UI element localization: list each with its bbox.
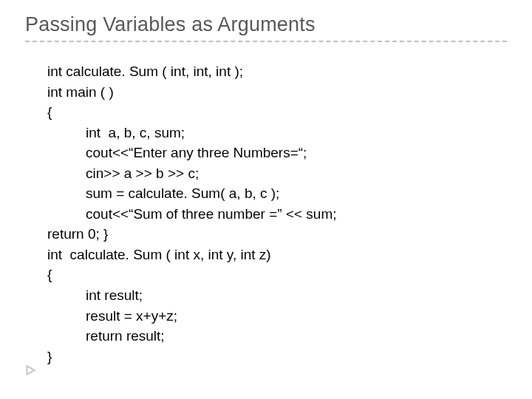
- code-line: cout<<“Sum of three number =” << sum;: [47, 204, 507, 225]
- code-line: {: [47, 102, 507, 123]
- code-line: cin>> a >> b >> c;: [47, 163, 507, 184]
- code-line: sum = calculate. Sum( a, b, c );: [47, 183, 507, 204]
- code-line: cout<<“Enter any three Numbers=“;: [47, 143, 507, 163]
- code-block: int calculate. Sum ( int, int, int ); in…: [25, 61, 507, 366]
- code-line: {: [47, 265, 507, 285]
- code-line: int main ( ): [47, 82, 507, 103]
- triangle-icon: [25, 365, 35, 375]
- code-line: int calculate. Sum ( int x, int y, int z…: [47, 245, 507, 265]
- svg-marker-0: [27, 366, 35, 375]
- slide-title: Passing Variables as Arguments: [25, 13, 507, 36]
- code-line: return result;: [47, 326, 507, 347]
- code-line: result = x+y+z;: [47, 306, 507, 327]
- title-divider: [25, 41, 507, 42]
- bullet-marker: [25, 365, 35, 375]
- code-line: }: [47, 347, 507, 367]
- code-line: int calculate. Sum ( int, int, int );: [47, 61, 507, 82]
- slide: Passing Variables as Arguments int calcu…: [0, 0, 532, 399]
- code-line: int a, b, c, sum;: [47, 123, 507, 143]
- code-line: int result;: [47, 285, 507, 306]
- code-line: return 0; }: [47, 224, 507, 245]
